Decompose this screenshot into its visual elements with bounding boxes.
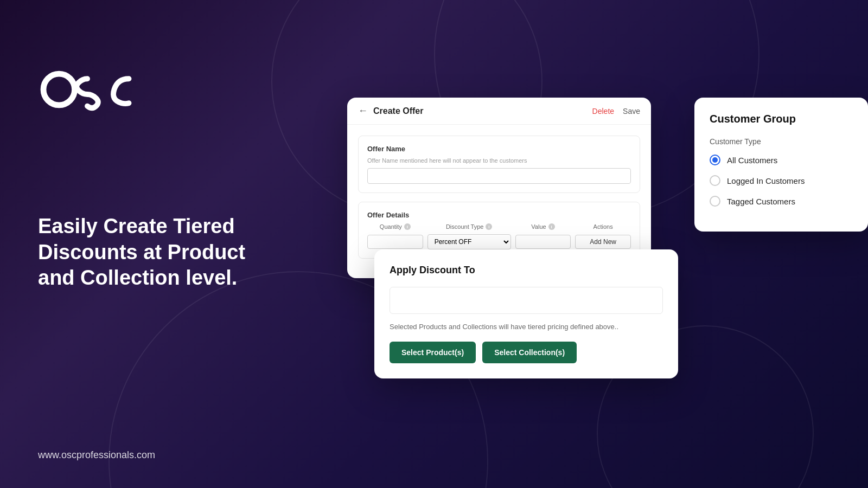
customer-group-title: Customer Group bbox=[710, 113, 853, 125]
logo-svg bbox=[38, 65, 146, 114]
offer-details-grid: Quantity i Discount Type i Value i Actio… bbox=[367, 223, 631, 249]
card-header-left: ← Create Offer bbox=[358, 105, 423, 117]
apply-discount-title: Apply Discount To bbox=[390, 265, 663, 276]
apply-discount-card: Apply Discount To Selected Products and … bbox=[374, 249, 678, 378]
svg-point-0 bbox=[43, 74, 75, 105]
select-products-button[interactable]: Select Product(s) bbox=[390, 342, 476, 363]
actions-col-header: Actions bbox=[575, 223, 631, 230]
add-new-button[interactable]: Add New bbox=[575, 235, 631, 249]
card-header-actions: Delete Save bbox=[592, 107, 640, 115]
offer-name-label: Offer Name bbox=[367, 145, 631, 153]
customer-type-subtitle: Customer Type bbox=[710, 137, 853, 146]
tagline: Easily Create Tiered Discounts at Produc… bbox=[38, 214, 266, 291]
value-col-header: Value i bbox=[515, 223, 571, 230]
radio-all-label: All Customers bbox=[727, 156, 777, 165]
discount-type-select[interactable]: Percent OFF Fixed Amount bbox=[427, 234, 511, 249]
customer-group-card: Customer Group Customer Type All Custome… bbox=[694, 98, 868, 232]
left-section: Easily Create Tiered Discounts at Produc… bbox=[38, 0, 266, 488]
radio-logged-in-label: Logged In Customers bbox=[727, 176, 805, 185]
radio-tagged-circle bbox=[710, 196, 720, 207]
offer-name-section: Offer Name Offer Name mentioned here wil… bbox=[358, 136, 640, 193]
offer-name-hint: Offer Name mentioned here will not appea… bbox=[367, 157, 631, 164]
website-url: www.oscprofessionals.com bbox=[38, 450, 155, 461]
discount-type-info-icon: i bbox=[486, 223, 492, 230]
apply-discount-empty-box bbox=[390, 287, 663, 314]
card-header: ← Create Offer Delete Save bbox=[347, 98, 651, 125]
quantity-input[interactable] bbox=[367, 235, 423, 249]
radio-option-tagged[interactable]: Tagged Customers bbox=[710, 196, 853, 207]
save-button[interactable]: Save bbox=[623, 107, 640, 115]
radio-all-circle bbox=[710, 155, 720, 165]
cards-section: ← Create Offer Delete Save Offer Name Of… bbox=[347, 0, 868, 488]
discount-type-col-header: Discount Type i bbox=[427, 223, 511, 230]
delete-button[interactable]: Delete bbox=[592, 107, 614, 115]
card-title: Create Offer bbox=[373, 106, 423, 116]
quantity-col-header: Quantity i bbox=[367, 223, 423, 230]
radio-all-dot bbox=[712, 157, 718, 163]
value-input[interactable] bbox=[515, 235, 571, 249]
offer-name-input[interactable] bbox=[367, 168, 631, 184]
logo bbox=[38, 65, 266, 116]
value-info-icon: i bbox=[548, 223, 555, 230]
radio-logged-in-circle bbox=[710, 175, 720, 186]
radio-option-logged-in[interactable]: Logged In Customers bbox=[710, 175, 853, 186]
back-button[interactable]: ← bbox=[358, 105, 368, 117]
quantity-info-icon: i bbox=[404, 223, 411, 230]
radio-option-all[interactable]: All Customers bbox=[710, 155, 853, 165]
select-collections-button[interactable]: Select Collection(s) bbox=[482, 342, 577, 363]
offer-details-label: Offer Details bbox=[367, 211, 631, 219]
apply-discount-hint: Selected Products and Collections will h… bbox=[390, 323, 663, 331]
radio-tagged-label: Tagged Customers bbox=[727, 197, 795, 206]
apply-discount-buttons: Select Product(s) Select Collection(s) bbox=[390, 342, 663, 363]
